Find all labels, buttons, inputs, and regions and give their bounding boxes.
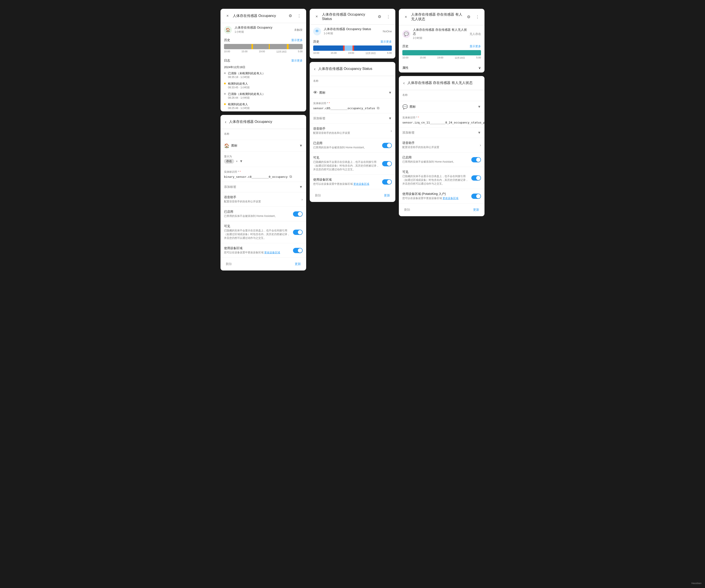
edit2-tag-field[interactable]: 添加标签 ▼	[310, 114, 395, 124]
panel2-close-button[interactable]: ×	[313, 13, 320, 20]
edit3-icon-field[interactable]: 💬 图标 ▼	[399, 101, 484, 113]
panel2-more-button[interactable]: ⋮	[385, 13, 392, 20]
edit2-area-info: 使用设备区域 您可以在设备设置中更改设备区域 更改设备区域	[313, 178, 379, 186]
panel2-entity-icon: 👁	[313, 28, 321, 35]
edit1-tag-field[interactable]: 添加标签 ▼	[221, 182, 306, 192]
edit3-area-link[interactable]: 更改设备区域	[442, 197, 458, 200]
edit3-voice-name: 语音助手	[403, 141, 480, 145]
nav-arrow-voice3: ›	[480, 143, 481, 147]
edit1-back-button[interactable]: ‹	[224, 119, 227, 125]
edit2-voice-desc: 配置语音助手的别名和公开设置	[313, 131, 391, 135]
panel3-property-header[interactable]: 属性 ∨	[403, 63, 481, 73]
panel1-settings-button[interactable]: ⚙	[287, 12, 294, 19]
panel3-close-button[interactable]: ×	[403, 13, 409, 20]
edit3-tag-label: 添加标签	[403, 131, 415, 135]
edit3-enabled-info: 已启用 已禁用的实体不会被添加到 Home Assistant。	[403, 155, 469, 164]
panel1-entity-status: 未触发	[294, 28, 302, 32]
p2-bar-1	[313, 45, 343, 51]
edit2-entity-id-value: sensor.c85__________occupancy_status ⧉	[313, 106, 392, 110]
edit1-area-desc: 您可以在设备设置中更改设备区域 更改设备区域	[224, 251, 290, 255]
panel1-more-button[interactable]: ⋮	[296, 12, 302, 19]
edit3-enabled-toggle[interactable]	[471, 157, 481, 163]
panel2-entity-info: 人体存在传感器 Occupancy Status 1小时前	[324, 27, 380, 35]
edit3-back-button[interactable]: ‹	[403, 80, 406, 86]
edit1-delete-button[interactable]: 删除	[224, 260, 234, 268]
edit1-display-value-row: 存在 × ▼	[224, 159, 302, 164]
edit-panel-3: ‹ 人体存在传感器 存在传感器 有人无人状态 名称 💬 图标 ▼ 实体标识符 *…	[399, 76, 484, 216]
log-content-3: 已清除（未检测到此处有人） 08:26:44 · 1小时前	[228, 92, 302, 100]
panel3-more-button[interactable]: ⋮	[474, 13, 481, 20]
edit2-update-button[interactable]: 更新	[382, 192, 392, 199]
edit1-update-button[interactable]: 更新	[293, 260, 302, 268]
edit2-enabled-toggle[interactable]	[382, 143, 392, 148]
edit3-area-toggle[interactable]	[471, 193, 481, 199]
edit2-visible-info: 可见 已隐藏的实体不会显示在仪表盘上，也不会在间接引用（如通过区域或设备）时包含…	[313, 156, 379, 171]
edit1-area-link[interactable]: 更改设备区域	[264, 251, 280, 254]
log-item-1: 已清除（未检测到此处有人） 08:35:18 · 1小时前	[224, 70, 302, 80]
bar-seg-7	[289, 44, 302, 49]
edit3-visible-toggle[interactable]	[471, 175, 481, 181]
edit1-area-toggle[interactable]	[293, 248, 302, 253]
panel2-show-more[interactable]: 显示更多	[380, 40, 392, 44]
panel-presence-status-detail: × 人体存在传感器 存在传感器 有人无人状态 ⚙ ⋮ 💬 人体存在传感器 存在传…	[399, 9, 484, 73]
edit2-voice-field[interactable]: 语音助手 配置语音助手的别名和公开设置 ›	[310, 124, 395, 138]
edit2-header: ‹ 人体存在传感器 Occupancy Status	[310, 62, 395, 76]
panel3-history-section: 历史 显示更多 10:00 15:00 19:00 12月19日 5:00	[399, 43, 484, 63]
log-event-2: 检测到此处有人	[228, 82, 302, 86]
p3-time-1: 10:00	[403, 56, 409, 59]
edit2-area-toggle[interactable]	[382, 179, 392, 185]
chevron-down-icon-tag1: ▼	[299, 185, 302, 189]
panel3-show-more[interactable]: 显示更多	[470, 44, 481, 48]
edit1-voice-field[interactable]: 语音助手 配置语音助手的别名和公开设置 ›	[221, 192, 306, 207]
edit2-copy-button[interactable]: ⧉	[377, 106, 379, 110]
edit1-entity-id-label: 实体标识符 *	[224, 170, 302, 174]
edit1-enabled-toggle[interactable]	[293, 211, 302, 217]
edit2-visible-toggle[interactable]	[382, 161, 392, 166]
panel3-history-bar	[403, 50, 481, 55]
edit1-visible-name: 可见	[224, 224, 290, 228]
edit1-footer: 删除 更新	[221, 258, 306, 270]
panel3-property-title: 属性	[403, 66, 409, 70]
p3-time-5: 5:00	[476, 56, 481, 59]
bar-seg-6	[287, 44, 288, 49]
panel2-entity-name: 人体存在传感器 Occupancy Status	[324, 27, 380, 31]
edit1-enabled-info: 已启用 已禁用的实体不会被添加到 Home Assistant。	[224, 210, 290, 218]
edit2-icon-field[interactable]: 👁 图标 ▼	[310, 87, 395, 98]
edit1-icon-field[interactable]: 🏠 图标 ▼	[221, 140, 306, 151]
edit2-area-name: 使用设备区域	[313, 178, 379, 182]
edit1-copy-button[interactable]: ⧉	[289, 175, 292, 179]
panel1-log-show-more[interactable]: 显示更多	[291, 59, 302, 62]
panel3-settings-button[interactable]: ⚙	[465, 13, 472, 20]
edit1-voice-info: 语音助手 配置语音助手的别名和公开设置	[224, 195, 301, 203]
edit2-visible-field: 可见 已隐藏的实体不会显示在仪表盘上，也不会在间接引用（如通过区域或设备）时包含…	[310, 153, 395, 175]
edit1-icon-symbol: 🏠	[224, 143, 230, 148]
panel3-entity-row: 💬 人体存在传感器 存在传感器 有人无人状态 2小时前 无人存在	[399, 25, 484, 43]
chevron-down-icon-tag3: ▼	[477, 131, 481, 135]
edit1-area-field: 使用设备区域 您可以在设备设置中更改设备区域 更改设备区域	[221, 243, 306, 258]
edit2-voice-info: 语音助手 配置语音助手的别名和公开设置	[313, 127, 391, 135]
edit1-visible-toggle[interactable]	[293, 230, 302, 235]
edit3-tag-field[interactable]: 添加标签 ▼	[399, 128, 484, 138]
p2-time-4: 12月19日	[366, 52, 376, 55]
edit2-delete-button[interactable]: 删除	[313, 192, 323, 199]
panel2-entity-status: NoOne	[383, 30, 392, 33]
time-5: 5:00	[298, 50, 302, 53]
panel1-log-header: 日志 显示更多	[224, 57, 302, 64]
edit3-visible-desc: 已隐藏的实体不会显示在仪表盘上，也不会在间接引用（如通过区域或设备）时包含在内，…	[403, 175, 469, 186]
panel1-title: 人体存在传感器 Occupancy	[233, 14, 285, 18]
p2-bar-5	[354, 45, 392, 51]
panel1-show-more[interactable]: 显示更多	[291, 38, 302, 42]
panel1-header: × 人体存在传感器 Occupancy ⚙ ⋮	[221, 9, 306, 23]
edit3-voice-field[interactable]: 语音助手 配置语音助手的别名和公开设置 ›	[399, 138, 484, 152]
edit2-back-button[interactable]: ‹	[313, 65, 317, 72]
panel1-close-button[interactable]: ×	[224, 12, 231, 19]
edit2-area-link[interactable]: 更改设备区域	[354, 182, 369, 185]
panel1-entity-row: 🏠 人体存在传感器 Occupancy 1小时前 未触发	[221, 23, 306, 37]
edit1-clear-button[interactable]: ×	[236, 160, 238, 163]
log-event-4: 检测到此处有人	[228, 102, 302, 106]
panel1-history-header: 历史 显示更多	[224, 37, 302, 44]
edit3-icon-label: 图标	[410, 105, 476, 109]
panel2-settings-button[interactable]: ⚙	[376, 13, 383, 20]
edit3-update-button[interactable]: 更新	[471, 206, 481, 214]
edit3-delete-button[interactable]: 删除	[403, 206, 412, 214]
